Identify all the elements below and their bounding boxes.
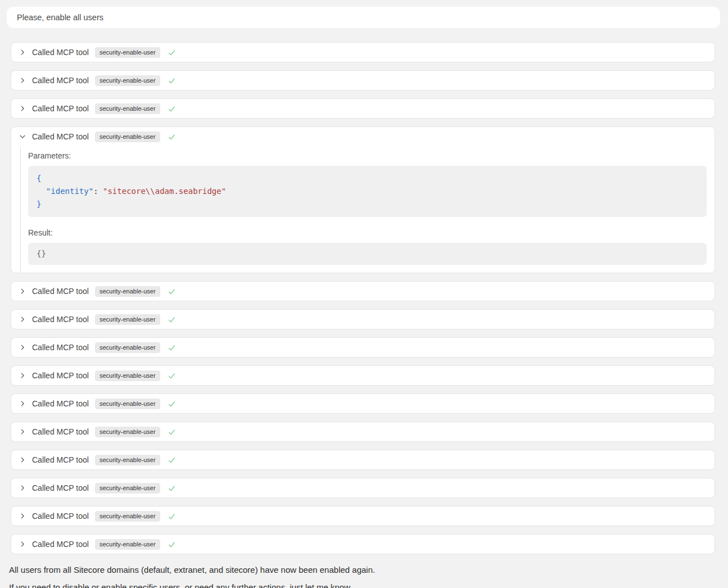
chevron-right-icon xyxy=(18,48,27,57)
result-label: Result: xyxy=(28,228,707,237)
tool-call-row: Called MCP tool security-enable-user xyxy=(11,506,715,526)
user-message-text: Please, enable all users xyxy=(17,13,103,22)
tool-call-row: Called MCP tool security-enable-user Par… xyxy=(11,126,715,273)
tool-call-row: Called MCP tool security-enable-user xyxy=(11,450,715,470)
tool-call-header[interactable]: Called MCP tool security-enable-user xyxy=(11,506,715,526)
tool-name-badge: security-enable-user xyxy=(95,342,160,353)
chevron-right-icon xyxy=(18,540,27,549)
chevron-right-icon xyxy=(18,455,27,464)
tool-call-row: Called MCP tool security-enable-user xyxy=(11,478,715,498)
tool-call-label: Called MCP tool xyxy=(32,287,89,296)
tool-call-label: Called MCP tool xyxy=(32,76,89,85)
tool-call-label: Called MCP tool xyxy=(32,343,89,352)
code-line: "identity": "sitecore\\adam.seabridge" xyxy=(37,185,698,198)
tool-call-row: Called MCP tool security-enable-user xyxy=(11,337,715,358)
user-message-bubble: Please, enable all users xyxy=(7,7,720,28)
tool-call-header[interactable]: Called MCP tool security-enable-user xyxy=(11,127,715,146)
chevron-right-icon xyxy=(18,399,27,408)
tool-name-badge: security-enable-user xyxy=(95,399,160,409)
tool-name-badge: security-enable-user xyxy=(95,103,160,114)
tool-call-header[interactable]: Called MCP tool security-enable-user xyxy=(11,535,715,554)
tool-call-label: Called MCP tool xyxy=(32,512,89,521)
success-check-icon xyxy=(168,512,176,521)
tool-name-badge: security-enable-user xyxy=(95,286,160,297)
tool-call-header[interactable]: Called MCP tool security-enable-user xyxy=(11,99,715,118)
chevron-right-icon xyxy=(18,343,27,352)
success-check-icon xyxy=(168,48,176,57)
tool-name-badge: security-enable-user xyxy=(95,47,160,58)
tool-call-row: Called MCP tool security-enable-user xyxy=(11,309,715,329)
assistant-message-line-2: If you need to disable or enable specifi… xyxy=(9,582,720,588)
tool-call-label: Called MCP tool xyxy=(32,48,89,57)
chevron-right-icon xyxy=(18,427,27,436)
assistant-message-line-1: All users from all Sitecore domains (def… xyxy=(9,565,720,575)
tool-call-header[interactable]: Called MCP tool security-enable-user xyxy=(11,338,715,357)
chevron-right-icon xyxy=(18,371,27,380)
parameters-code-block: { "identity": "sitecore\\adam.seabridge"… xyxy=(28,166,707,217)
chevron-right-icon xyxy=(18,76,27,85)
success-check-icon xyxy=(168,133,176,141)
tool-name-badge: security-enable-user xyxy=(95,427,160,437)
chevron-right-icon xyxy=(18,104,27,113)
tool-call-header[interactable]: Called MCP tool security-enable-user xyxy=(11,282,715,301)
chevron-down-icon xyxy=(18,132,27,141)
tool-call-header[interactable]: Called MCP tool security-enable-user xyxy=(11,394,715,413)
tool-name-badge: security-enable-user xyxy=(95,132,160,142)
tool-call-row: Called MCP tool security-enable-user xyxy=(11,422,715,442)
success-check-icon xyxy=(168,287,176,296)
tool-name-badge: security-enable-user xyxy=(95,539,160,550)
code-line: { xyxy=(37,172,698,185)
tool-call-header[interactable]: Called MCP tool security-enable-user xyxy=(11,478,715,497)
tool-call-detail: Parameters: { "identity": "sitecore\\ada… xyxy=(20,147,707,273)
tool-call-label: Called MCP tool xyxy=(32,399,89,408)
tool-name-badge: security-enable-user xyxy=(95,511,160,522)
tool-call-header[interactable]: Called MCP tool security-enable-user xyxy=(11,43,715,62)
tool-name-badge: security-enable-user xyxy=(95,483,160,494)
result-code-block: {} xyxy=(28,243,707,265)
success-check-icon xyxy=(168,456,176,464)
success-check-icon xyxy=(168,76,176,85)
tool-call-label: Called MCP tool xyxy=(32,483,89,492)
success-check-icon xyxy=(168,372,176,380)
tool-call-header[interactable]: Called MCP tool security-enable-user xyxy=(11,366,715,385)
tool-name-badge: security-enable-user xyxy=(95,370,160,381)
success-check-icon xyxy=(168,428,176,436)
tool-call-header[interactable]: Called MCP tool security-enable-user xyxy=(11,71,715,90)
tool-call-label: Called MCP tool xyxy=(32,540,89,549)
tool-name-badge: security-enable-user xyxy=(95,455,160,465)
tool-call-label: Called MCP tool xyxy=(32,104,89,113)
chevron-right-icon xyxy=(18,483,27,492)
result-value: {} xyxy=(37,249,46,258)
tool-call-header[interactable]: Called MCP tool security-enable-user xyxy=(11,422,715,441)
tool-call-label: Called MCP tool xyxy=(32,427,89,436)
tool-call-row: Called MCP tool security-enable-user xyxy=(11,534,715,554)
tool-call-row: Called MCP tool security-enable-user xyxy=(11,98,715,119)
success-check-icon xyxy=(168,540,176,549)
tool-call-header[interactable]: Called MCP tool security-enable-user xyxy=(11,450,715,469)
chevron-right-icon xyxy=(18,287,27,296)
tool-call-row: Called MCP tool security-enable-user xyxy=(11,70,715,91)
tool-call-row: Called MCP tool security-enable-user xyxy=(11,42,715,62)
parameters-label: Parameters: xyxy=(28,151,707,160)
chevron-right-icon xyxy=(18,512,27,521)
tool-name-badge: security-enable-user xyxy=(95,314,160,325)
success-check-icon xyxy=(168,343,176,352)
tool-call-label: Called MCP tool xyxy=(32,455,89,464)
tool-call-list: Called MCP tool security-enable-user Cal… xyxy=(11,42,715,554)
tool-call-label: Called MCP tool xyxy=(32,371,89,380)
code-line: } xyxy=(37,198,698,211)
tool-call-row: Called MCP tool security-enable-user xyxy=(11,281,715,301)
success-check-icon xyxy=(168,315,176,324)
tool-call-header[interactable]: Called MCP tool security-enable-user xyxy=(11,310,715,329)
success-check-icon xyxy=(168,484,176,492)
tool-call-row: Called MCP tool security-enable-user xyxy=(11,393,715,414)
tool-call-label: Called MCP tool xyxy=(32,132,89,141)
tool-call-row: Called MCP tool security-enable-user xyxy=(11,365,715,386)
chevron-right-icon xyxy=(18,315,27,324)
success-check-icon xyxy=(168,400,176,408)
tool-name-badge: security-enable-user xyxy=(95,75,160,86)
success-check-icon xyxy=(168,105,176,113)
tool-call-label: Called MCP tool xyxy=(32,315,89,324)
